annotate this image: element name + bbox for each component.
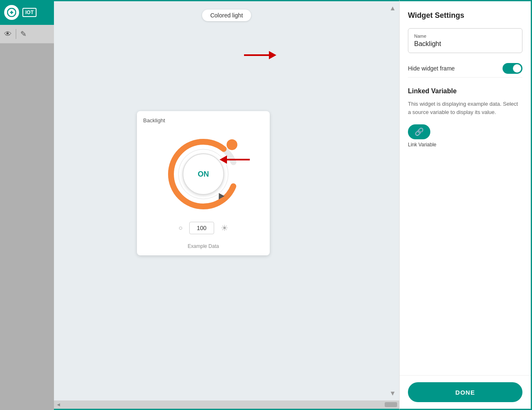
knob-wrapper: ON bbox=[162, 133, 245, 216]
arrow-shaft-2 bbox=[227, 159, 250, 160]
linked-variable-desc: This widget is displaying example data. … bbox=[408, 100, 522, 116]
arrow-shaft bbox=[244, 54, 269, 56]
arrow-head bbox=[269, 51, 276, 59]
done-button[interactable]: DONE bbox=[408, 382, 522, 402]
scroll-left-button[interactable]: ◄ bbox=[56, 402, 61, 408]
sidebar: IOT 👁 ✎ bbox=[0, 0, 54, 410]
sidebar-header: IOT bbox=[0, 0, 54, 25]
orange-dot bbox=[227, 139, 237, 150]
example-data-label: Example Data bbox=[143, 243, 264, 249]
hide-frame-toggle[interactable] bbox=[503, 63, 522, 74]
eye-icon[interactable]: 👁 bbox=[4, 30, 12, 39]
arduino-logo bbox=[4, 5, 19, 20]
right-panel-content: Widget Settings Name Backlight Hide widg… bbox=[400, 1, 531, 375]
name-label: Name bbox=[414, 34, 516, 39]
left-arrow bbox=[220, 155, 250, 164]
edit-icon[interactable]: ✎ bbox=[20, 29, 27, 39]
brightness-high-icon: ☀ bbox=[221, 223, 228, 233]
settings-title: Widget Settings bbox=[408, 11, 522, 20]
arrow-to-name bbox=[244, 51, 276, 59]
page-title: Colored light bbox=[202, 10, 251, 21]
name-field-container[interactable]: Name Backlight bbox=[408, 28, 522, 53]
arrow-to-link bbox=[220, 155, 250, 164]
knob-controls: ○ ☀ bbox=[178, 222, 228, 234]
hide-frame-label: Hide widget frame bbox=[408, 65, 455, 72]
hide-frame-row: Hide widget frame bbox=[408, 60, 522, 78]
right-panel: Widget Settings Name Backlight Hide widg… bbox=[399, 0, 532, 410]
canvas-area: ▲ Colored light Backlight bbox=[54, 1, 399, 400]
scroll-down-button[interactable]: ▼ bbox=[389, 390, 396, 397]
main-area: ▲ Colored light Backlight bbox=[54, 0, 399, 410]
sidebar-divider bbox=[16, 29, 16, 39]
brightness-low-icon: ○ bbox=[178, 224, 183, 232]
right-arrow bbox=[244, 51, 276, 59]
knob-value-input[interactable] bbox=[189, 222, 214, 234]
knob-on-button[interactable]: ON bbox=[183, 153, 224, 195]
link-variable-button[interactable]: 🔗 bbox=[408, 124, 430, 139]
done-btn-area: DONE bbox=[400, 375, 531, 409]
arrow-head-left bbox=[220, 155, 227, 164]
bottom-bar: ◄ bbox=[54, 400, 399, 409]
linked-variable-title: Linked Variable bbox=[408, 87, 522, 95]
scroll-up-button[interactable]: ▲ bbox=[389, 5, 396, 12]
sidebar-tools: 👁 ✎ bbox=[0, 25, 54, 44]
knob-area: ON ○ ☀ bbox=[143, 129, 264, 238]
iot-badge: IOT bbox=[22, 8, 37, 17]
name-value: Backlight bbox=[414, 40, 516, 48]
link-btn-container: 🔗 Link Variable bbox=[408, 124, 522, 148]
link-icon: 🔗 bbox=[415, 127, 424, 136]
scrollbar-thumb[interactable] bbox=[385, 402, 397, 407]
link-variable-label: Link Variable bbox=[408, 142, 436, 148]
widget-card-title: Backlight bbox=[143, 117, 264, 124]
widget-card: Backlight bbox=[137, 111, 270, 255]
